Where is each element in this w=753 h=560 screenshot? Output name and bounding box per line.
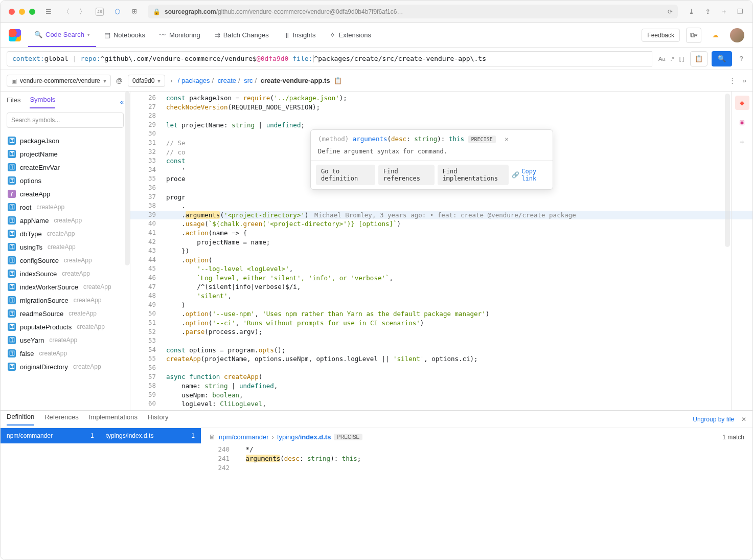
symbol-search-input[interactable]: Search symbols... <box>7 113 124 128</box>
copy-path-icon[interactable]: 📋 <box>334 77 342 84</box>
code-line[interactable]: createApp(projectName, options.useNpm, o… <box>166 354 752 364</box>
code-line[interactable]: ) <box>166 301 752 310</box>
fwd-icon[interactable]: 〉 <box>78 8 86 16</box>
tabs-icon[interactable]: ❐ <box>736 8 744 16</box>
code-line[interactable]: '--log-level <logLevel>', <box>166 264 752 274</box>
find-impls-button[interactable]: Find implementations <box>438 165 509 185</box>
code-line[interactable]: const packageJson = require('../package.… <box>166 94 752 103</box>
search-input[interactable]: context:global | repo:^github\.com/vendu… <box>7 51 652 66</box>
sidebar-scrollbar[interactable] <box>125 92 130 265</box>
cloud-icon[interactable]: ☁ <box>708 28 723 43</box>
bc-dir[interactable]: create <box>218 77 236 84</box>
code-line[interactable] <box>166 111 752 121</box>
code-line[interactable]: .option('--ci', 'Runs without prompts fo… <box>166 319 752 328</box>
symbol-item[interactable]: 🅃migrationSourcecreateApp <box>1 294 130 307</box>
repo-chip[interactable]: ▣vendure-ecommerce/vendure▾ <box>7 75 111 87</box>
code-line[interactable]: .option( <box>166 256 752 265</box>
min-window[interactable] <box>19 9 25 15</box>
code-line[interactable]: .parse(process.argv); <box>166 327 752 337</box>
symbol-item[interactable]: 🅃originalDirectorycreateApp <box>1 360 130 373</box>
close-panel-icon[interactable]: ✕ <box>741 416 746 423</box>
avatar[interactable] <box>730 28 744 42</box>
code-line[interactable]: useNpm: boolean, <box>166 391 752 400</box>
rail-ext-icon[interactable]: ▣ <box>735 115 749 129</box>
symbol-item[interactable]: 🅃indexSourcecreateApp <box>1 267 130 280</box>
close-icon[interactable]: ✕ <box>505 135 509 143</box>
symbol-item[interactable]: 🅃readmeSourcecreateApp <box>1 307 130 320</box>
max-window[interactable] <box>29 9 35 15</box>
rev-chip[interactable]: 0dfa9d0▾ <box>128 75 165 87</box>
code-line[interactable] <box>166 364 752 373</box>
editor-scrollbar[interactable] <box>725 94 730 247</box>
copy-search-button[interactable]: 📋 <box>690 51 708 66</box>
code-line[interactable]: name: string | undefined, <box>166 382 752 391</box>
collapse-icon[interactable]: » <box>743 77 746 84</box>
def-code-line[interactable]: 240 */ <box>209 445 744 454</box>
tab-definition[interactable]: Definition <box>7 413 34 425</box>
bc-root[interactable]: / <box>178 77 180 84</box>
sidebar-tab-symbols[interactable]: Symbols <box>30 96 55 108</box>
find-refs-button[interactable]: Find references <box>378 165 435 185</box>
code-line[interactable]: .arguments('<project-directory>') Michae… <box>130 211 752 220</box>
tab-monitoring[interactable]: 〰Monitoring <box>153 23 207 47</box>
search-button[interactable]: 🔍 <box>712 51 732 66</box>
ungroup-link[interactable]: Ungroup by file <box>693 416 734 423</box>
url-bar[interactable]: 🔒 sourcegraph.com/github.com/vendure-eco… <box>148 5 678 18</box>
def-file[interactable]: typings/index.d.ts <box>277 433 331 441</box>
symbol-item[interactable]: 🅃populateProductscreateApp <box>1 320 130 333</box>
code-line[interactable]: }) <box>166 247 752 256</box>
symbol-item[interactable]: 🅃options <box>1 174 130 187</box>
code-line[interactable]: checkNodeVersion(REQUIRED_NODE_VERSION); <box>166 103 752 112</box>
goto-def-button[interactable]: Go to definition <box>316 165 375 185</box>
symbol-item[interactable]: 🅃falsecreateApp <box>1 347 130 360</box>
close-window[interactable] <box>9 9 15 15</box>
code-line[interactable]: projectName = name; <box>166 238 752 247</box>
symbol-item[interactable]: 🅃indexWorkerSourcecreateApp <box>1 280 130 294</box>
code-line[interactable]: let projectName: string | undefined; <box>166 121 752 130</box>
symbol-item[interactable]: 🅃projectName <box>1 147 130 161</box>
code-line[interactable]: /^(silent|info|verbose)$/i, <box>166 282 752 292</box>
tab-extensions[interactable]: ✧Extensions <box>324 23 377 47</box>
bc-dir[interactable]: src <box>244 77 253 84</box>
def-code-line[interactable]: 242 <box>209 463 744 473</box>
symbol-item[interactable]: 🅃packageJson <box>1 134 130 147</box>
def-repo[interactable]: npm/commander <box>219 433 269 441</box>
tab-references[interactable]: References <box>44 413 78 425</box>
code-line[interactable]: . <box>166 201 752 211</box>
symbol-item[interactable]: 🅃dbTypecreateApp <box>1 227 130 240</box>
symbol-item[interactable]: 🅃rootcreateApp <box>1 200 130 214</box>
symbol-item[interactable]: ƒcreateApp <box>1 187 130 200</box>
code-line[interactable]: `Log level, either 'silent', 'info', or … <box>166 274 752 283</box>
code-line[interactable]: async function createApp( <box>166 372 752 382</box>
symbol-item[interactable]: 🅃useYarncreateApp <box>1 333 130 347</box>
sidebar-icon[interactable]: ☰ <box>44 8 53 16</box>
tab-insights[interactable]: ⫼Insights <box>277 23 322 47</box>
tab-history[interactable]: History <box>148 413 168 425</box>
download-icon[interactable]: ⤓ <box>687 8 695 16</box>
sidebar-tab-files[interactable]: Files <box>7 96 20 108</box>
copy-link[interactable]: 🔗Copy link <box>512 168 547 182</box>
code-line[interactable]: logLevel: CliLogLevel, <box>166 399 752 409</box>
tab-implementations[interactable]: Implementations <box>89 413 138 425</box>
symbol-item[interactable]: 🅃createEnvVar <box>1 161 130 174</box>
code-line[interactable]: 'silent', <box>166 292 752 301</box>
more-icon[interactable]: ⋮ <box>729 77 736 84</box>
collapse-sidebar-icon[interactable]: « <box>120 98 124 106</box>
def-file-item[interactable]: npm/commander1 typings/index.d.ts1 <box>1 428 201 443</box>
shield-icon[interactable]: ⛨ <box>130 8 139 16</box>
tab-code-search[interactable]: 🔍Code Search▾ <box>28 23 96 47</box>
symbol-item[interactable]: 🅃appNamecreateApp <box>1 214 130 227</box>
cube-icon[interactable]: ⬡ <box>113 8 121 16</box>
code-line[interactable]: const options = program.opts(); <box>166 346 752 355</box>
window-controls[interactable] <box>9 9 35 15</box>
code-line[interactable]: .action(name => { <box>166 229 752 238</box>
rail-add-icon[interactable]: ＋ <box>735 135 749 149</box>
code-line[interactable]: .option('--use-npm', 'Uses npm rather th… <box>166 309 752 319</box>
settings-dropdown[interactable]: ⧉▾ <box>686 28 701 43</box>
bc-dir[interactable]: packages <box>181 77 210 84</box>
bracket-toggle[interactable]: [ ] <box>679 56 684 62</box>
share-icon[interactable]: ⇪ <box>703 8 712 16</box>
newtab-icon[interactable]: ＋ <box>720 8 728 16</box>
code-line[interactable]: .usage(`${chalk.green('<project-director… <box>166 219 752 229</box>
symbol-item[interactable]: 🅃configSourcecreateApp <box>1 254 130 267</box>
